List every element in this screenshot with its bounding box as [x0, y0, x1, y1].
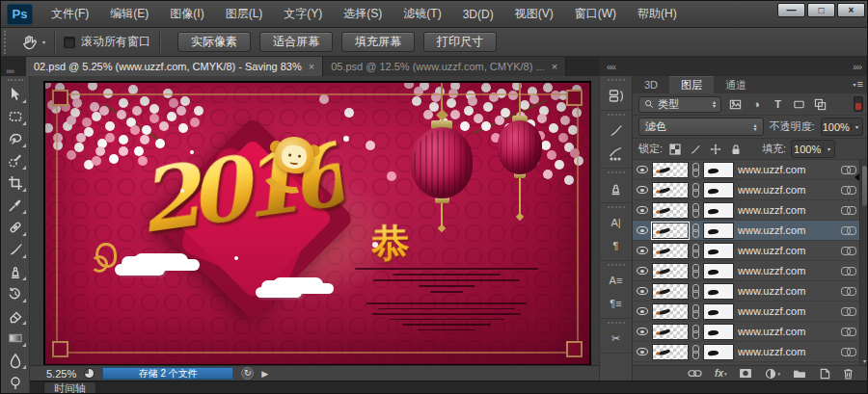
fill-input[interactable]: 100% ▾ — [791, 140, 835, 158]
layers-scrollbar[interactable]: ▾ — [859, 160, 868, 365]
menu-3d[interactable]: 3D(D) — [452, 1, 504, 28]
menu-edit[interactable]: 编辑(E) — [99, 1, 159, 28]
document-tab[interactable]: 02.psd @ 5.25% (www.uzzf.com, CMYK/8) - … — [26, 57, 323, 76]
type-layer-filter-icon[interactable]: T — [771, 97, 785, 112]
visibility-eye-icon[interactable] — [637, 348, 648, 355]
layer-row[interactable]: www.uzzf.com — [633, 200, 868, 221]
character-styles-panel-icon[interactable]: A≡ — [604, 269, 629, 292]
layer-style-icon[interactable]: fx▾ — [715, 367, 726, 381]
blur-tool[interactable] — [3, 349, 28, 371]
zoom-level[interactable]: 5.25% — [46, 368, 76, 380]
visibility-eye-icon[interactable] — [637, 267, 648, 275]
scrollbar-thumb[interactable] — [861, 165, 868, 207]
new-layer-icon[interactable] — [819, 367, 830, 381]
crop-tool[interactable] — [3, 171, 28, 194]
visibility-eye-icon[interactable] — [637, 247, 648, 254]
scroll-down-icon[interactable]: ▾ — [860, 357, 868, 364]
menu-help[interactable]: 帮助(H) — [627, 1, 688, 28]
smart-object-filter-icon[interactable] — [813, 97, 827, 112]
play-icon[interactable]: ▶ — [261, 369, 268, 379]
eraser-tool[interactable] — [3, 304, 28, 327]
tab-close-icon[interactable]: × — [309, 62, 314, 71]
visibility-eye-icon[interactable] — [637, 328, 648, 335]
layer-mask-thumbnail[interactable] — [703, 263, 734, 279]
gradient-tool[interactable] — [3, 327, 28, 349]
dodge-tool[interactable] — [3, 371, 28, 393]
expand-tools-icon[interactable]: »» — [1, 66, 26, 76]
panel-tab-channels[interactable]: 通道 — [714, 76, 758, 93]
layer-thumbnail[interactable] — [652, 283, 689, 300]
paragraph-panel-icon[interactable]: ¶ — [604, 234, 629, 257]
character-panel-icon[interactable]: A| — [604, 211, 629, 234]
eyedropper-tool[interactable] — [3, 194, 28, 216]
document-tab[interactable]: 05.psd @ 12.5% (www.uzzf.com, CMYK/8) ..… — [323, 57, 566, 76]
layer-thumbnail[interactable] — [652, 162, 689, 178]
layer-row[interactable]: www.uzzf.com — [633, 322, 868, 342]
adjustment-layer-filter-icon[interactable]: ◑ — [749, 97, 764, 112]
layer-mask-thumbnail[interactable] — [703, 202, 734, 219]
layer-mask-thumbnail[interactable] — [703, 344, 734, 360]
menu-filter[interactable]: 滤镜(T) — [393, 1, 451, 28]
layer-thumbnail[interactable] — [652, 243, 689, 259]
close-button[interactable]: × — [837, 3, 865, 17]
visibility-eye-icon[interactable] — [637, 226, 648, 234]
quick-selection-tool[interactable] — [3, 149, 28, 171]
spot-healing-brush-tool[interactable] — [3, 216, 28, 238]
visibility-eye-icon[interactable] — [637, 206, 648, 214]
link-layers-icon[interactable] — [688, 367, 702, 381]
brush-tool[interactable] — [3, 238, 28, 260]
panel-tab-layers[interactable]: 图层 — [669, 76, 714, 93]
clone-source-panel-icon[interactable] — [604, 176, 629, 199]
new-adjustment-layer-icon[interactable]: ▾ — [765, 367, 780, 381]
brush-presets-panel-icon[interactable] — [604, 142, 629, 165]
hand-tool-current[interactable]: ▾ — [20, 33, 45, 52]
pixel-layer-filter-icon[interactable] — [728, 97, 743, 112]
visibility-eye-icon[interactable] — [637, 166, 648, 173]
opacity-caret[interactable]: ▾ — [851, 123, 862, 130]
layer-row[interactable]: www.uzzf.com — [633, 221, 868, 241]
timeline-tab[interactable]: 时间轴 — [43, 381, 96, 394]
layer-row[interactable]: www.uzzf.com — [633, 302, 868, 322]
layer-row[interactable]: www.uzzf.com — [633, 261, 868, 281]
paragraph-styles-panel-icon[interactable]: ¶≡ — [604, 292, 629, 315]
layer-mask-thumbnail[interactable] — [703, 243, 734, 259]
layer-row[interactable]: www.uzzf.com — [633, 281, 868, 302]
layer-row[interactable]: www.uzzf.com — [633, 180, 868, 200]
menu-type[interactable]: 文字(Y) — [273, 1, 333, 28]
layer-row[interactable]: www.uzzf.com — [633, 160, 868, 180]
filter-toggle[interactable] — [854, 96, 863, 112]
minimize-button[interactable]: — — [777, 3, 805, 17]
shape-layer-filter-icon[interactable] — [792, 97, 806, 112]
layer-mask-thumbnail[interactable] — [703, 324, 734, 340]
lock-pixels-icon[interactable] — [688, 142, 703, 157]
layer-mask-thumbnail[interactable] — [703, 162, 734, 178]
layer-thumbnail[interactable] — [652, 202, 689, 219]
menu-file[interactable]: 文件(F) — [41, 1, 99, 28]
panel-resize-arrow-icon[interactable] — [854, 173, 859, 181]
print-size-button[interactable]: 打印尺寸 — [423, 32, 497, 52]
layer-mask-thumbnail[interactable] — [703, 303, 734, 320]
layer-thumbnail[interactable] — [652, 344, 689, 360]
new-group-icon[interactable] — [793, 367, 806, 381]
lock-transparency-icon[interactable] — [667, 142, 683, 157]
delete-layer-icon[interactable] — [843, 367, 854, 381]
visibility-eye-icon[interactable] — [637, 186, 648, 194]
tool-dropdown-caret[interactable]: ▾ — [42, 40, 45, 44]
scroll-all-windows-checkbox[interactable] — [64, 37, 75, 48]
layer-mask-thumbnail[interactable] — [703, 182, 734, 198]
visibility-eye-icon[interactable] — [637, 307, 648, 315]
layer-mask-thumbnail[interactable] — [703, 223, 734, 239]
fill-caret[interactable]: ▾ — [823, 145, 834, 152]
menu-image[interactable]: 图像(I) — [159, 1, 214, 28]
menu-layer[interactable]: 图层(L) — [215, 1, 274, 28]
tab-close-icon[interactable]: × — [552, 62, 557, 71]
layer-thumbnail[interactable] — [652, 223, 689, 239]
panel-menu-icon[interactable]: ▾≡ — [854, 78, 863, 90]
opacity-input[interactable]: 100% ▾ — [821, 118, 863, 136]
menu-window[interactable]: 窗口(W) — [564, 1, 627, 28]
layer-thumbnail[interactable] — [652, 303, 689, 320]
filter-type-select[interactable]: 类型 ▴▾ — [638, 96, 721, 113]
menu-select[interactable]: 选择(S) — [333, 1, 393, 28]
tool-presets-panel-icon[interactable]: ✂ — [604, 327, 629, 350]
layer-thumbnail[interactable] — [652, 324, 689, 340]
